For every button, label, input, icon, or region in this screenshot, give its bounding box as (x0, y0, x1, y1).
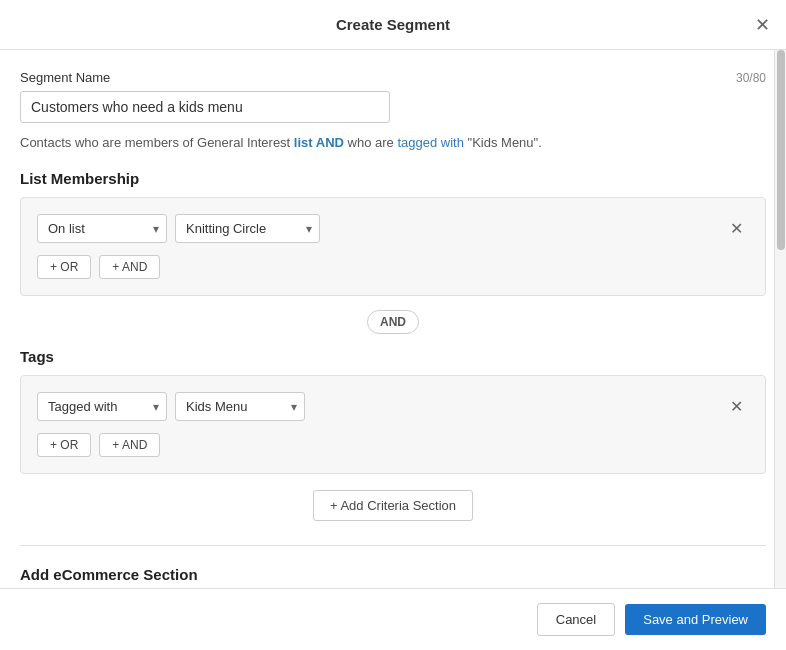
tags-box: Tagged with Not tagged with Kids Menu Ad… (20, 375, 766, 474)
description-text: Contacts who are members of General Inte… (20, 135, 766, 150)
description-prefix: Contacts who are members of General Inte… (20, 135, 294, 150)
tags-and-button[interactable]: + AND (99, 433, 160, 457)
description-middle: who are (344, 135, 397, 150)
close-button[interactable]: ✕ (755, 16, 770, 34)
and-circle-label: AND (367, 310, 419, 334)
modal-title: Create Segment (336, 16, 450, 33)
list-name-select[interactable]: Knitting Circle General Interest Newslet… (175, 214, 320, 243)
tags-title: Tags (20, 348, 766, 365)
list-or-button[interactable]: + OR (37, 255, 91, 279)
tagged-with-select[interactable]: Tagged with Not tagged with (37, 392, 167, 421)
list-name-select-wrapper: Knitting Circle General Interest Newslet… (175, 214, 320, 243)
ecommerce-section: Add eCommerce Section Create segments ba… (20, 545, 766, 588)
and-divider: AND (20, 310, 766, 334)
ecommerce-title: Add eCommerce Section (20, 566, 766, 583)
add-criteria-button[interactable]: + Add Criteria Section (313, 490, 473, 521)
tag-value-select[interactable]: Kids Menu Adult Menu Vegetarian (175, 392, 305, 421)
remove-list-membership-button[interactable]: ✕ (724, 217, 749, 240)
scrollbar-thumb[interactable] (777, 50, 785, 250)
list-and-button[interactable]: + AND (99, 255, 160, 279)
modal-footer: Cancel Save and Preview (0, 588, 786, 650)
list-membership-box: On list Not on list Knitting Circle Gene… (20, 197, 766, 296)
save-preview-button[interactable]: Save and Preview (625, 604, 766, 635)
tags-actions: + OR + AND (37, 433, 749, 457)
list-membership-criteria-row: On list Not on list Knitting Circle Gene… (37, 214, 749, 243)
tagged-with-select-wrapper: Tagged with Not tagged with (37, 392, 167, 421)
on-list-select[interactable]: On list Not on list (37, 214, 167, 243)
list-membership-actions: + OR + AND (37, 255, 749, 279)
tag-value-select-wrapper: Kids Menu Adult Menu Vegetarian (175, 392, 305, 421)
segment-name-input[interactable] (20, 91, 390, 123)
modal-body: Segment Name 30/80 Contacts who are memb… (0, 50, 786, 588)
char-count: 30/80 (736, 71, 766, 85)
cancel-button[interactable]: Cancel (537, 603, 615, 636)
segment-name-row: Segment Name 30/80 (20, 70, 766, 85)
scrollbar-track[interactable] (774, 50, 786, 588)
description-suffix: "Kids Menu". (464, 135, 542, 150)
segment-name-label: Segment Name (20, 70, 110, 85)
tags-or-button[interactable]: + OR (37, 433, 91, 457)
remove-tags-button[interactable]: ✕ (724, 395, 749, 418)
tags-criteria-row: Tagged with Not tagged with Kids Menu Ad… (37, 392, 749, 421)
modal-header: Create Segment ✕ (0, 0, 786, 50)
list-membership-title: List Membership (20, 170, 766, 187)
add-criteria-row: + Add Criteria Section (20, 490, 766, 521)
tagged-with-link[interactable]: tagged with (397, 135, 464, 150)
list-and-link[interactable]: list AND (294, 135, 344, 150)
on-list-select-wrapper: On list Not on list (37, 214, 167, 243)
